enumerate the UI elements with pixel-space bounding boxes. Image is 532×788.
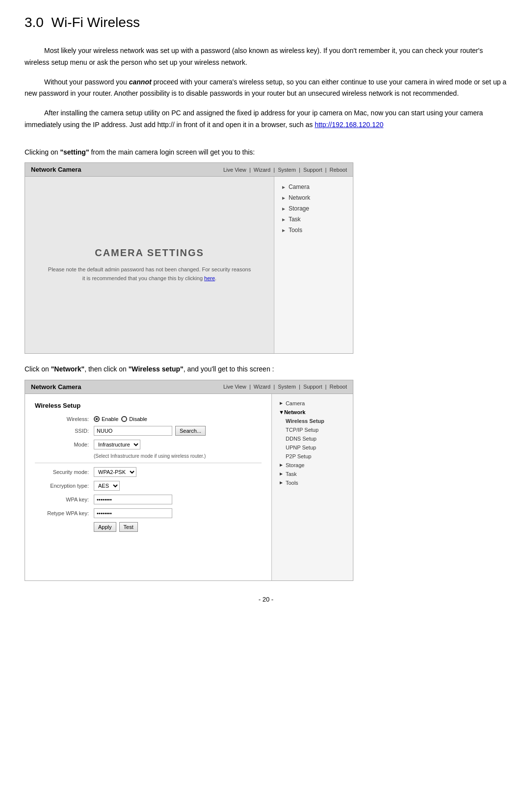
screenshot1-title: Network Camera — [31, 166, 81, 173]
wpakey-controls — [94, 495, 172, 504]
sidebar2-task: ► Task — [279, 470, 346, 478]
para3-before: After installing the camera setup utilit… — [25, 109, 483, 129]
instr2-bold1: "Network" — [51, 365, 85, 373]
wpakey-input[interactable] — [94, 495, 172, 504]
page-title: 3.0 Wi-Fi Wireless — [25, 15, 507, 30]
instr2-bold2: "Wireless setup" — [129, 365, 184, 373]
arrow-icon: ► — [279, 462, 284, 468]
sidebar-item-storage: ► Storage — [281, 203, 346, 214]
search-button[interactable]: Search... — [175, 426, 206, 436]
sidebar2-camera: ► Camera — [279, 399, 346, 408]
security-row: Security mode: WPA2-PSK — [35, 467, 262, 477]
paragraph-1: Most likely your wireless network was se… — [25, 45, 507, 69]
sidebar-task-label: Task — [289, 216, 301, 223]
wireless-enable-label: Enable — [102, 416, 118, 422]
wireless-disable-label: Disable — [129, 416, 147, 422]
arrow-icon: ► — [281, 206, 286, 211]
paragraph-2: Without your password you cannot proceed… — [25, 77, 507, 100]
screenshot1-sidebar: ► Camera ► Network ► Storage ► Task ► To… — [274, 177, 353, 353]
mode-controls: Infrastructure — [94, 440, 140, 449]
action-buttons-row: Apply Test — [35, 522, 262, 532]
screenshot1-nav: Live View | Wizard | System | Support | … — [223, 167, 347, 173]
screenshot1-main: CAMERA SETTINGS Please note the default … — [25, 177, 274, 353]
sidebar2-tcpip-label: TCP/IP Setup — [286, 427, 319, 433]
encryption-select[interactable]: AES — [94, 481, 120, 491]
retype-controls — [94, 508, 172, 518]
wireless-controls: Enable Disable — [94, 416, 147, 422]
wireless-disable-option: Disable — [121, 416, 147, 422]
ssid-row: SSID: Search... — [35, 426, 262, 436]
wireless-setup-screenshot: Network Camera Live View | Wizard | Syst… — [25, 380, 353, 581]
instr2-middle: , then click on — [84, 365, 129, 373]
para2-before: Without your password you — [44, 78, 129, 86]
screenshot2-body: Wireless Setup Wireless: Enable Disable — [25, 394, 353, 580]
arrow-icon: ► — [281, 195, 286, 201]
section-title: Wi-Fi Wireless — [52, 15, 140, 30]
ssid-input[interactable] — [94, 426, 172, 436]
retype-label: Retype WPA key: — [35, 510, 94, 516]
instr2-after: , and you'll get to this screen : — [184, 365, 274, 373]
section-number: 3.0 — [25, 15, 44, 30]
test-button[interactable]: Test — [119, 522, 138, 532]
screenshot2-title: Network Camera — [31, 383, 81, 391]
instr1-after: from the main camera login screen will g… — [89, 148, 255, 156]
mode-note: (Select Infrastructure mode if using wir… — [94, 453, 262, 459]
sidebar-tools-label: Tools — [289, 227, 302, 234]
sidebar2-ddns-label: DDNS Setup — [286, 436, 317, 442]
arrow-icon: ► — [279, 471, 284, 476]
wireless-label: Wireless: — [35, 416, 94, 422]
sidebar-item-camera: ► Camera — [281, 182, 346, 192]
sidebar2-p2p-setup: P2P Setup — [279, 452, 346, 461]
arrow-icon: ► — [279, 480, 284, 485]
sidebar2-network-label: Network — [284, 409, 305, 415]
sidebar-storage-label: Storage — [289, 205, 309, 212]
sidebar2-wireless-label: Wireless Setup — [286, 418, 324, 424]
sidebar2-tools-label: Tools — [286, 480, 298, 486]
sidebar2-upnp-setup: UPNP Setup — [279, 443, 346, 452]
note-link[interactable]: here — [204, 275, 215, 281]
wpakey-label: WPA key: — [35, 497, 94, 502]
sidebar-network-label: Network — [289, 194, 310, 201]
mode-row: Mode: Infrastructure — [35, 440, 262, 449]
sidebar-camera-label: Camera — [289, 184, 310, 190]
para2-bold: cannot — [129, 78, 152, 86]
arrow-icon: ► — [281, 184, 286, 190]
wireless-enable-option: Enable — [94, 416, 118, 422]
instruction-line-2: Click on "Network", then click on "Wirel… — [25, 364, 507, 374]
radio-enabled-icon — [94, 416, 100, 422]
ssid-label: SSID: — [35, 428, 94, 434]
ip-address-link[interactable]: http://192.168.120.120 — [315, 121, 383, 129]
screenshot2-header: Network Camera Live View | Wizard | Syst… — [25, 380, 353, 394]
note-line1: Please note the default admin password h… — [48, 266, 251, 272]
instruction-line-1: Clicking on "setting" from the main came… — [25, 147, 507, 158]
security-label: Security mode: — [35, 469, 94, 475]
instr1-bold: "setting" — [60, 148, 89, 156]
screenshot1-header: Network Camera Live View | Wizard | Syst… — [25, 163, 353, 177]
sidebar2-p2p-label: P2P Setup — [286, 453, 311, 459]
arrow-down-icon: ▼ — [279, 409, 284, 415]
sidebar-item-task: ► Task — [281, 214, 346, 225]
retype-row: Retype WPA key: — [35, 508, 262, 518]
sidebar2-storage: ► Storage — [279, 461, 346, 470]
sidebar2-network-section: ▼ Network — [279, 408, 346, 417]
arrow-icon: ► — [279, 400, 284, 406]
screenshot2-nav: Live View | Wizard | System | Support | … — [223, 384, 347, 390]
encryption-row: Encryption type: AES — [35, 481, 262, 491]
sidebar2-task-label: Task — [286, 471, 297, 477]
screenshot1-body: CAMERA SETTINGS Please note the default … — [25, 177, 353, 353]
retype-input[interactable] — [94, 508, 172, 518]
camera-settings-title: CAMERA SETTINGS — [95, 247, 204, 259]
sidebar2-upnp-label: UPNP Setup — [286, 445, 316, 450]
sidebar2-camera-label: Camera — [286, 400, 305, 406]
action-buttons: Apply Test — [94, 522, 138, 532]
paragraph-3: After installing the camera setup utilit… — [25, 107, 507, 131]
screenshot2-sidebar: ► Camera ▼ Network Wireless Setup TCP/IP… — [272, 394, 353, 580]
sidebar2-tools: ► Tools — [279, 478, 346, 487]
encryption-label: Encryption type: — [35, 483, 94, 489]
apply-button[interactable]: Apply — [94, 522, 116, 532]
instr2-before: Click on — [25, 365, 51, 373]
note-line2: it is recommended that you change this b… — [82, 275, 203, 281]
mode-select[interactable]: Infrastructure — [94, 440, 140, 449]
security-select[interactable]: WPA2-PSK — [94, 467, 136, 477]
security-controls: WPA2-PSK — [94, 467, 136, 477]
